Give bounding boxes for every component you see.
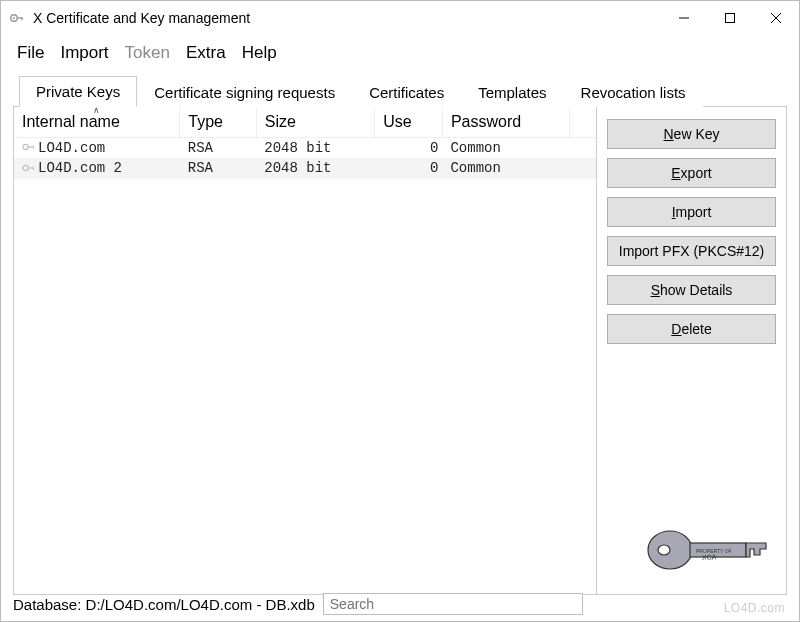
key-icon	[22, 140, 36, 156]
key-table: ∧ Internal name Type Size Use Password	[14, 107, 596, 179]
cell-name: LO4D.com 2	[38, 160, 122, 176]
content-area: Private Keys Certificate signing request…	[13, 75, 787, 595]
window-controls	[661, 2, 799, 34]
col-spacer	[570, 107, 596, 138]
menu-help[interactable]: Help	[236, 41, 283, 65]
svg-text:XCA: XCA	[702, 553, 717, 561]
menu-bar: File Import Token Extra Help	[1, 35, 799, 75]
col-internal-name[interactable]: ∧ Internal name	[14, 107, 180, 138]
cell-size: 2048 bit	[256, 138, 375, 159]
cell-size: 2048 bit	[256, 158, 375, 178]
col-internal-name-label: Internal name	[22, 113, 120, 130]
cell-use: 0	[375, 158, 443, 178]
key-table-wrap: ∧ Internal name Type Size Use Password	[14, 107, 596, 594]
cell-password: Common	[442, 158, 569, 178]
window-title: X Certificate and Key management	[33, 10, 250, 26]
tab-private-keys[interactable]: Private Keys	[19, 76, 137, 107]
svg-rect-5	[726, 14, 735, 23]
table-row[interactable]: LO4D.com 2 RSA 2048 bit 0 Common	[14, 158, 596, 178]
close-button[interactable]	[753, 2, 799, 34]
col-type[interactable]: Type	[180, 107, 256, 138]
tab-certificates[interactable]: Certificates	[352, 77, 461, 107]
col-password[interactable]: Password	[442, 107, 569, 138]
tab-templates[interactable]: Templates	[461, 77, 563, 107]
table-row[interactable]: LO4D.com RSA 2048 bit 0 Common	[14, 138, 596, 159]
menu-token[interactable]: Token	[119, 41, 176, 65]
import-button[interactable]: Import	[607, 197, 776, 227]
import-pfx-button[interactable]: Import PFX (PKCS#12)	[607, 236, 776, 266]
cell-password: Common	[442, 138, 569, 159]
watermark: LO4D.com	[724, 601, 785, 615]
tab-strip: Private Keys Certificate signing request…	[13, 75, 787, 107]
main-panel: ∧ Internal name Type Size Use Password	[13, 107, 787, 595]
key-icon	[22, 161, 36, 177]
cell-type: RSA	[180, 138, 256, 159]
minimize-button[interactable]	[661, 2, 707, 34]
svg-point-8	[23, 145, 28, 150]
svg-rect-13	[33, 167, 34, 169]
export-button[interactable]: Export	[607, 158, 776, 188]
key-illustration-icon: PROPERTY OF XCA	[644, 523, 774, 580]
cell-use: 0	[375, 138, 443, 159]
cell-name: LO4D.com	[38, 140, 105, 156]
col-use[interactable]: Use	[375, 107, 443, 138]
action-sidebar: New Key Export Import Import PFX (PKCS#1…	[596, 107, 786, 594]
svg-point-11	[23, 165, 28, 170]
svg-point-15	[658, 545, 670, 555]
app-key-icon	[9, 10, 25, 26]
sort-asc-icon: ∧	[93, 107, 100, 115]
search-input[interactable]	[323, 593, 583, 615]
svg-rect-10	[33, 147, 34, 149]
menu-import[interactable]: Import	[54, 41, 114, 65]
menu-file[interactable]: File	[11, 41, 50, 65]
status-bar: Database: D:/LO4D.com/LO4D.com - DB.xdb	[1, 591, 799, 621]
menu-extra[interactable]: Extra	[180, 41, 232, 65]
col-size[interactable]: Size	[256, 107, 375, 138]
title-bar: X Certificate and Key management	[1, 1, 799, 35]
delete-button[interactable]: Delete	[607, 314, 776, 344]
database-label: Database: D:/LO4D.com/LO4D.com - DB.xdb	[13, 596, 315, 613]
svg-rect-3	[22, 17, 23, 20]
cell-type: RSA	[180, 158, 256, 178]
tab-csr[interactable]: Certificate signing requests	[137, 77, 352, 107]
maximize-button[interactable]	[707, 2, 753, 34]
new-key-button[interactable]: New Key	[607, 119, 776, 149]
show-details-button[interactable]: Show Details	[607, 275, 776, 305]
svg-point-1	[13, 17, 15, 19]
tab-revocation-lists[interactable]: Revocation lists	[564, 77, 703, 107]
